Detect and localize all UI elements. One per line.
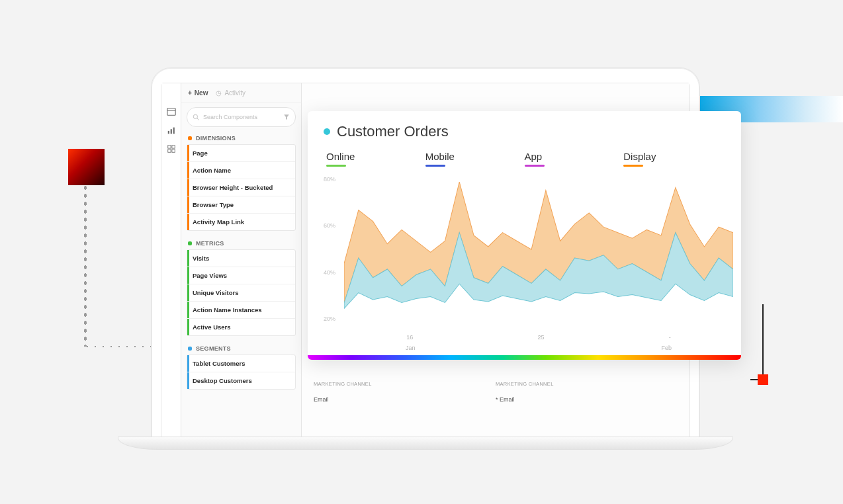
- list-item[interactable]: Desktop Customers: [187, 372, 295, 389]
- decor-dots-horizontal: [83, 345, 161, 349]
- grid-icon[interactable]: [167, 144, 176, 153]
- chart-area: [344, 171, 733, 312]
- table-header: MARKETING CHANNEL: [496, 381, 678, 387]
- table-cell: * Email: [496, 396, 678, 403]
- metrics-dot-icon: [188, 241, 192, 245]
- x-month-label: Jan: [406, 345, 416, 351]
- search-placeholder: Search Components: [203, 114, 257, 120]
- chart-x-axis: 1625- JanFeb: [344, 334, 733, 351]
- x-month-label: Feb: [661, 345, 672, 351]
- chart-tab-label: Online: [326, 151, 425, 162]
- nav-rail: [161, 83, 181, 440]
- x-tick-label: 25: [537, 334, 544, 341]
- chart-tab[interactable]: Online: [326, 151, 425, 171]
- data-table: MARKETING CHANNEL Email MARKETING CHANNE…: [314, 381, 678, 403]
- decor-axis-line: [762, 304, 764, 380]
- laptop-base: [118, 437, 733, 450]
- svg-rect-3: [170, 129, 171, 134]
- metrics-list: VisitsPage ViewsUnique VisitorsAction Na…: [187, 249, 296, 336]
- chart-y-axis: 80%60%40%20%: [324, 176, 335, 322]
- new-button[interactable]: + New: [188, 89, 208, 97]
- clock-icon: ◷: [216, 89, 222, 97]
- calendar-icon[interactable]: [167, 107, 176, 116]
- segments-dot-icon: [188, 347, 192, 351]
- chart-title-dot-icon: [324, 128, 330, 135]
- table-col-2: MARKETING CHANNEL * Email: [496, 381, 678, 403]
- svg-rect-8: [171, 149, 174, 152]
- list-item[interactable]: Active Users: [187, 319, 295, 335]
- activity-label: Activity: [224, 89, 245, 97]
- list-item[interactable]: Browser Type: [187, 196, 295, 214]
- chart-tabs: OnlineMobileAppDisplay: [308, 146, 741, 171]
- svg-rect-5: [167, 146, 170, 148]
- filter-icon[interactable]: [283, 114, 290, 120]
- table-cell: Email: [314, 396, 496, 403]
- segments-list: Tablet CustomersDesktop Customers: [187, 355, 296, 390]
- list-item[interactable]: Visits: [187, 250, 295, 267]
- y-tick-label: 60%: [324, 222, 335, 229]
- list-item[interactable]: Activity Map Link: [187, 214, 295, 230]
- svg-line-10: [197, 118, 199, 120]
- chart-tab[interactable]: Mobile: [425, 151, 525, 171]
- rainbow-bar: [308, 355, 741, 360]
- decor-red-square: [68, 149, 105, 185]
- table-header: MARKETING CHANNEL: [314, 381, 496, 387]
- list-item[interactable]: Action Name Instances: [187, 302, 295, 319]
- svg-rect-7: [167, 149, 170, 152]
- chart-panel: Customer Orders OnlineMobileAppDisplay 8…: [308, 111, 741, 360]
- y-tick-label: 80%: [324, 176, 335, 183]
- chart-tab[interactable]: App: [525, 151, 624, 171]
- list-item[interactable]: Page Views: [187, 267, 295, 284]
- dimensions-list: PageAction NameBrowser Height - Bucketed…: [187, 144, 296, 231]
- chart-tab-underline: [326, 165, 346, 167]
- chart-tab-underline: [525, 165, 545, 167]
- svg-rect-6: [171, 146, 174, 148]
- metrics-header: METRICS: [181, 235, 301, 249]
- svg-rect-4: [173, 128, 174, 134]
- search-input[interactable]: Search Components: [187, 107, 296, 127]
- chart-tab-label: Mobile: [425, 151, 525, 162]
- new-button-label: New: [195, 89, 208, 97]
- chart-tab-label: Display: [623, 151, 723, 162]
- decor-dots-vertical: [83, 184, 87, 347]
- dimensions-dot-icon: [188, 136, 192, 140]
- y-tick-label: 40%: [324, 269, 335, 276]
- activity-ghost[interactable]: ◷ Activity: [216, 89, 245, 97]
- list-item[interactable]: Tablet Customers: [187, 355, 295, 372]
- chart-tab[interactable]: Display: [623, 151, 723, 171]
- search-icon: [193, 114, 199, 120]
- x-tick-label: -: [669, 334, 671, 341]
- panel-top-bar: + New ◷ Activity: [181, 83, 301, 103]
- chart-title: Customer Orders: [337, 123, 449, 140]
- list-item[interactable]: Browser Height - Bucketed: [187, 179, 295, 196]
- decor-axis-square: [758, 374, 768, 385]
- chart-title-row: Customer Orders: [308, 111, 741, 146]
- svg-rect-0: [167, 108, 175, 116]
- chart-tab-label: App: [525, 151, 624, 162]
- list-item[interactable]: Action Name: [187, 162, 295, 179]
- chart-icon[interactable]: [167, 126, 176, 135]
- dimensions-header: DIMENSIONS: [181, 130, 301, 144]
- chart-body: 80%60%40%20% 1625- JanFeb: [308, 171, 741, 355]
- svg-point-9: [193, 114, 197, 118]
- plus-icon: +: [188, 89, 192, 97]
- components-panel: + New ◷ Activity Search Components DIMEN…: [181, 83, 302, 440]
- segments-header: SEGMENTS: [181, 340, 301, 355]
- chart-tab-underline: [623, 165, 643, 167]
- table-col-1: MARKETING CHANNEL Email: [314, 381, 496, 403]
- chart-tab-underline: [425, 165, 445, 167]
- x-tick-label: 16: [406, 334, 413, 341]
- y-tick-label: 20%: [324, 315, 335, 322]
- svg-rect-2: [167, 131, 169, 134]
- list-item[interactable]: Page: [187, 145, 295, 162]
- list-item[interactable]: Unique Visitors: [187, 284, 295, 302]
